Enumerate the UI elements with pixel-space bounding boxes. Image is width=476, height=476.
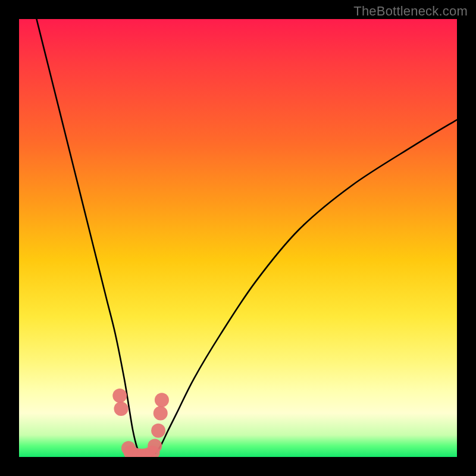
bottleneck-curve-svg — [19, 19, 457, 457]
scatter-point — [114, 402, 128, 416]
watermark: TheBottleneck.com — [353, 4, 468, 19]
scatter-point — [155, 393, 169, 407]
scatter-point — [154, 406, 168, 420]
scatter-point — [148, 439, 162, 453]
scatter-point — [112, 389, 127, 403]
chart-frame: TheBottleneck.com — [0, 0, 476, 476]
bottleneck-curve — [36, 19, 457, 457]
bottom-scatter — [112, 389, 169, 457]
plot-area — [19, 19, 457, 457]
scatter-point — [151, 424, 165, 438]
